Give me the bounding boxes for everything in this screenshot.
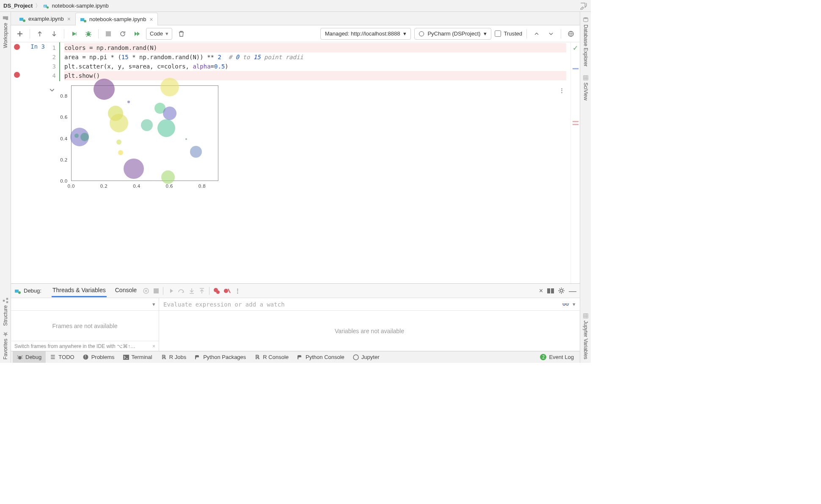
- sb-todo[interactable]: ☰TODO: [46, 351, 78, 363]
- minimize-panel-button[interactable]: —: [569, 289, 576, 293]
- sb-python-packages[interactable]: Python Packages: [190, 351, 250, 363]
- notebook-toolbar: Code ▾ Managed: http://localhost:8888 ▾ …: [11, 25, 580, 42]
- workspace-toolwindow[interactable]: Workspace: [3, 15, 8, 48]
- breadcrumb-project[interactable]: DS_Project: [3, 3, 33, 9]
- chevron-down-icon: ▾: [403, 30, 406, 37]
- trusted-label: Trusted: [504, 30, 522, 37]
- inspection-gutter: ✓: [570, 42, 580, 283]
- chevron-down-icon: ▾: [165, 30, 168, 37]
- svg-rect-4: [6, 298, 8, 300]
- favorites-toolwindow[interactable]: Favorites: [3, 331, 8, 359]
- sb-rjobs[interactable]: ℝR Jobs: [157, 351, 190, 363]
- step-over-button[interactable]: [178, 288, 185, 294]
- more-actions-button[interactable]: ⋮: [235, 288, 240, 294]
- debug-cell-button[interactable]: [83, 28, 94, 39]
- kernel-select[interactable]: PyCharm (DSProject) ▾: [414, 28, 491, 40]
- add-watch-button[interactable]: [143, 288, 149, 294]
- jupyter-variables-toolwindow[interactable]: Jupyter Variables: [583, 313, 589, 359]
- step-into-button[interactable]: [189, 288, 195, 294]
- close-tip-button[interactable]: ×: [152, 343, 155, 349]
- step-out-button[interactable]: [199, 288, 205, 294]
- inspection-ok-icon[interactable]: ✓: [573, 44, 578, 52]
- jupyter-server-select[interactable]: Managed: http://localhost:8888 ▾: [320, 28, 411, 40]
- next-cell-button[interactable]: [545, 28, 557, 39]
- interrupt-button[interactable]: [103, 28, 114, 39]
- open-in-browser-button[interactable]: [565, 28, 576, 39]
- code-content[interactable]: colors = np.random.rand(N)area = np.pi *…: [59, 42, 570, 81]
- trusted-checkbox[interactable]: Trusted: [495, 30, 522, 37]
- notebook-icon: [80, 16, 87, 23]
- close-icon[interactable]: ×: [149, 16, 153, 23]
- view-breakpoints-button[interactable]: [214, 288, 220, 294]
- r-icon: ℝ: [161, 354, 167, 360]
- structure-toolwindow[interactable]: Structure: [3, 298, 8, 326]
- svg-point-2: [47, 6, 49, 8]
- debug-panel: Debug: Threads & Variables Console: [11, 283, 580, 351]
- delete-cell-button[interactable]: [176, 28, 187, 39]
- move-down-button[interactable]: [49, 28, 60, 39]
- stop-debug-button[interactable]: [154, 288, 159, 293]
- evaluate-expression-input[interactable]: [163, 301, 559, 308]
- svg-rect-26: [123, 355, 129, 360]
- editor-area[interactable]: In 3 1 2 3 4 colors = np.random.rand(N)a…: [11, 42, 570, 283]
- resume-button[interactable]: [168, 288, 174, 294]
- mute-breakpoints-button[interactable]: [224, 288, 231, 294]
- breakpoint-marker[interactable]: [14, 72, 20, 78]
- trusted-input[interactable]: [495, 30, 501, 37]
- svg-point-27: [353, 355, 358, 360]
- tab-label: example.ipynb: [28, 16, 64, 22]
- structure-icon: [3, 298, 8, 304]
- sb-python-console[interactable]: Python Console: [293, 351, 349, 363]
- sb-jupyter[interactable]: Jupyter: [349, 351, 384, 363]
- tab-notebook-sample[interactable]: notebook-sample.ipynb ×: [75, 13, 158, 25]
- kernel-label: PyCharm (DSProject): [427, 30, 480, 37]
- svg-rect-3: [6, 301, 8, 303]
- settings-button[interactable]: [558, 288, 565, 294]
- database-explorer-toolwindow[interactable]: Database Explorer: [583, 17, 589, 66]
- sb-rconsole[interactable]: ℝR Console: [250, 351, 293, 363]
- restart-button[interactable]: [117, 28, 128, 39]
- svg-point-9: [84, 20, 86, 22]
- gutter-marker[interactable]: [573, 124, 579, 125]
- database-icon: [583, 17, 589, 23]
- svg-rect-20: [547, 288, 550, 293]
- run-all-button[interactable]: [132, 28, 143, 39]
- notebook-icon: [19, 16, 26, 22]
- layout-button[interactable]: [547, 288, 554, 293]
- sb-problems[interactable]: !Problems: [79, 351, 119, 363]
- watch-dropdown[interactable]: ▾: [573, 301, 576, 307]
- run-cell-button[interactable]: [69, 28, 80, 39]
- cell-type-select[interactable]: Code ▾: [146, 28, 172, 40]
- debug-tab-console[interactable]: Console: [114, 284, 138, 297]
- gutter-marker[interactable]: [573, 121, 579, 122]
- star-icon: [3, 331, 8, 337]
- frames-dropdown[interactable]: ▾: [152, 301, 155, 307]
- list-icon: ☰: [50, 354, 56, 360]
- svg-point-14: [18, 291, 21, 294]
- close-panel-button[interactable]: ×: [539, 287, 543, 295]
- breadcrumb-file[interactable]: notebook-sample.ipynb: [52, 3, 108, 9]
- sb-event-log[interactable]: 2Event Log: [536, 351, 578, 363]
- tab-example[interactable]: example.ipynb ×: [14, 12, 75, 25]
- sciview-toolwindow[interactable]: SciView: [583, 75, 589, 100]
- breadcrumb[interactable]: DS_Project 〉 IP notebook-sample.ipynb: [3, 2, 109, 10]
- svg-rect-6: [19, 18, 23, 21]
- close-icon[interactable]: ×: [67, 16, 71, 22]
- add-cell-button[interactable]: [14, 28, 25, 39]
- status-bar: Debug ☰TODO !Problems Terminal ℝR Jobs P…: [11, 351, 580, 363]
- terminal-icon: [123, 354, 129, 360]
- gutter-marker[interactable]: [573, 68, 579, 69]
- glasses-icon[interactable]: 👓: [562, 301, 569, 308]
- sb-terminal[interactable]: Terminal: [119, 351, 157, 363]
- code-cell[interactable]: In 3 1 2 3 4 colors = np.random.rand(N)a…: [11, 42, 570, 81]
- collapse-output-toggle[interactable]: [49, 87, 55, 181]
- frames-empty-message: Frames are not available: [11, 311, 159, 341]
- debug-tab-threads[interactable]: Threads & Variables: [52, 284, 107, 297]
- sb-debug[interactable]: Debug: [13, 351, 46, 363]
- edit-sources-icon[interactable]: [580, 2, 587, 10]
- breakpoint-marker[interactable]: [14, 44, 20, 50]
- svg-text:IP: IP: [44, 5, 46, 7]
- move-up-button[interactable]: [34, 28, 45, 39]
- breadcrumb-separator: 〉: [35, 2, 41, 10]
- prev-cell-button[interactable]: [531, 28, 542, 39]
